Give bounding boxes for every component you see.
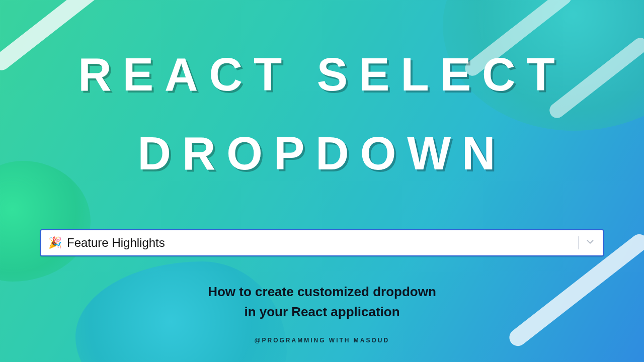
chevron-down-icon xyxy=(585,236,596,249)
title-line-2: DROPDOWN xyxy=(0,129,644,178)
party-popper-icon: 🎉 xyxy=(48,236,62,249)
attribution: @PROGRAMMING WITH MASOUD xyxy=(0,337,644,344)
subtitle-line-1: How to create customized dropdown xyxy=(0,282,644,302)
subtitle: How to create customized dropdown in you… xyxy=(0,282,644,322)
select-value: Feature Highlights xyxy=(67,236,575,250)
subtitle-line-2: in your React application xyxy=(0,302,644,322)
title-line-1: REACT SELECT xyxy=(78,49,566,100)
decorative-blob xyxy=(0,161,91,282)
main-title: REACT SELECT DROPDOWN xyxy=(0,50,644,177)
select-dropdown[interactable]: 🎉 Feature Highlights xyxy=(40,229,604,256)
thumbnail-stage: REACT SELECT DROPDOWN 🎉 Feature Highligh… xyxy=(0,0,644,362)
select-separator xyxy=(578,236,579,249)
